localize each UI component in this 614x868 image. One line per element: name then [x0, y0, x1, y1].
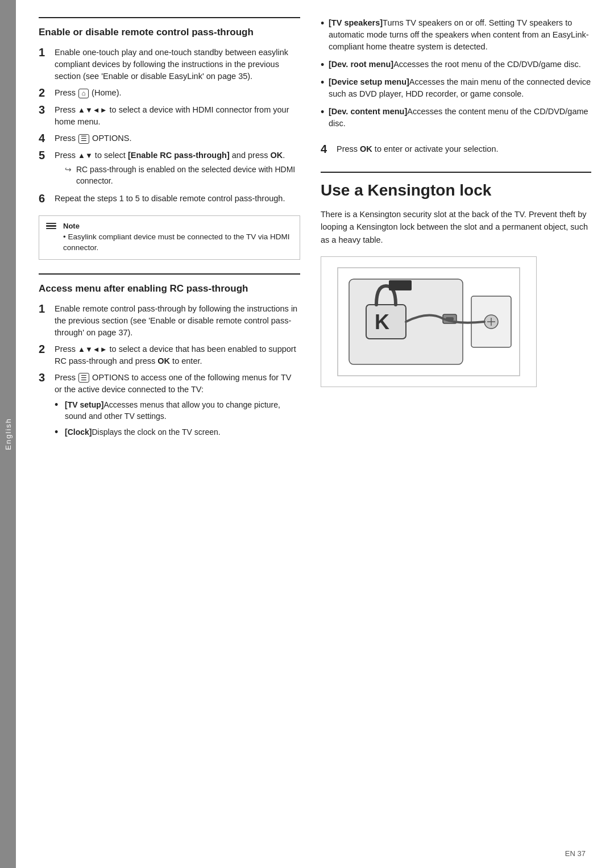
note-box: Note • Easylink compliant device must be… [39, 215, 300, 260]
note-icon [45, 223, 57, 230]
s2-step-2-press: Press [55, 344, 78, 354]
kensington-illustration: K [321, 256, 537, 387]
s2-step-2-text: Press ▲▼◄► to select a device that has b… [55, 343, 300, 367]
right-step-4-text: Press OK to enter or activate your selec… [337, 143, 591, 155]
s2-step-3-press: Press [55, 373, 78, 382]
note-line-1 [46, 223, 56, 225]
s2-sub-2: • [Clock]Displays the clock on the TV sc… [55, 426, 300, 438]
s2-step-1-num: 1 [39, 302, 55, 315]
right-column: • [TV speakers]Turns TV speakers on or o… [321, 17, 591, 845]
step-2-press: Press [55, 88, 78, 97]
section2-divider [39, 273, 300, 275]
rbullet-3-text: [Device setup menu]Accesses the main men… [329, 76, 591, 100]
step-6-text: Repeat the steps 1 to 5 to disable remot… [55, 193, 300, 205]
step-2: 2 Press ⌂ (Home). [39, 87, 300, 99]
clock-bold: [Clock] [65, 427, 92, 437]
left-column: Enable or disable remote control pass-th… [39, 17, 300, 845]
step-5-and: and press [230, 151, 271, 160]
step-5-arrows: ▲▼ [78, 151, 93, 160]
right-bullet-4: • [Dev. content menu]Accesses the conten… [321, 106, 591, 130]
step-4-num: 4 [39, 131, 55, 145]
note-content-text: Easylink compliant device must be connec… [63, 232, 289, 252]
step-3: 3 Press ▲▼◄► to select a device with HDM… [39, 104, 300, 128]
extra-bullets-list: • [TV speakers]Turns TV speakers on or o… [321, 17, 591, 130]
right-bullet-2: • [Dev. root menu]Accesses the root menu… [321, 59, 591, 70]
s2-step-3-num: 3 [39, 371, 55, 384]
rbullet-2-text: [Dev. root menu]Accesses the root menu o… [329, 59, 581, 70]
tv-speakers-bold: [TV speakers] [329, 18, 383, 27]
s2-step-2-num: 2 [39, 342, 55, 356]
step-5-press: Press [55, 151, 78, 160]
step-3-press: Press [55, 105, 78, 114]
side-tab: English [0, 0, 16, 868]
step-2-text: Press ⌂ (Home). [55, 87, 300, 99]
rbullet-4-text: [Dev. content menu]Accesses the content … [329, 106, 591, 130]
page-footer: EN 37 [565, 849, 586, 858]
rbullet-1-text: [TV speakers]Turns TV speakers on or off… [329, 17, 591, 53]
s2-options-icon: ☰ [78, 373, 89, 383]
s2-step-3-text: Press ☰ OPTIONS to access one of the fol… [55, 372, 300, 443]
step-5-mid: to select [93, 151, 128, 160]
step-1: 1 Enable one-touch play and one-touch st… [39, 47, 300, 82]
rbullet-2-dot: • [321, 60, 329, 70]
step-6-num: 6 [39, 192, 55, 205]
s2-step-1: 1 Enable remote control pass-through by … [39, 303, 300, 339]
r4-press: Press [337, 144, 360, 153]
rbullet-3-dot: • [321, 77, 329, 88]
r4-suffix: to enter or activate your selection. [372, 144, 499, 153]
right-bullet-3: • [Device setup menu]Accesses the main m… [321, 76, 591, 100]
s2-sub-2-text: [Clock]Displays the clock on the TV scre… [65, 426, 221, 438]
right-bullet-1: • [TV speakers]Turns TV speakers on or o… [321, 17, 591, 53]
step-1-num: 1 [39, 45, 55, 59]
clock-text: Displays the clock on the TV screen. [92, 427, 220, 437]
side-tab-label: English [4, 418, 13, 450]
section1-title: Enable or disable remote control pass-th… [39, 26, 300, 39]
s2-step-2: 2 Press ▲▼◄► to select a device that has… [39, 343, 300, 367]
rbullet-4-dot: • [321, 107, 329, 117]
step-5-bold: [Enable RC pass-through] [128, 151, 230, 160]
step-5-period: . [283, 151, 285, 160]
step-5-num: 5 [39, 148, 55, 162]
s2-sub-1-text: [TV setup]Accesses menus that allow you … [65, 399, 300, 422]
step-5-sub: ↪ RC pass-through is enabled on the sele… [65, 164, 300, 187]
svg-rect-10 [389, 280, 412, 290]
right-step-list: 4 Press OK to enter or activate your sel… [321, 143, 591, 156]
dev-root-bold: [Dev. root menu] [329, 60, 393, 69]
right-step-4-num: 4 [321, 142, 337, 156]
footer-text: EN 37 [565, 849, 586, 858]
kensington-svg: K [332, 262, 525, 381]
step-4-press: Press [55, 134, 78, 143]
section2-steps: 1 Enable remote control pass-through by … [39, 303, 300, 443]
s2-step-3: 3 Press ☰ OPTIONS to access one of the f… [39, 372, 300, 443]
step-3-arrows: ▲▼◄► [78, 106, 107, 114]
s2-step-2-arrows: ▲▼◄► [78, 345, 107, 354]
note-lines [46, 223, 56, 230]
step-4: 4 Press ☰ OPTIONS. [39, 132, 300, 145]
options-icon: ☰ [78, 134, 89, 144]
svg-text:K: K [375, 310, 389, 334]
home-icon: ⌂ [78, 89, 89, 98]
device-setup-bold: [Device setup menu] [329, 77, 409, 86]
section1-divider [39, 17, 300, 18]
right-step-4: 4 Press OK to enter or activate your sel… [321, 143, 591, 156]
s2-sub-bullets: • [TV setup]Accesses menus that allow yo… [55, 399, 300, 438]
step-5: 5 Press ▲▼ to select [Enable RC pass-thr… [39, 149, 300, 188]
s2-step-1-text: Enable remote control pass-through by fo… [55, 303, 300, 339]
rbullet-1-dot: • [321, 18, 329, 28]
step-5-text: Press ▲▼ to select [Enable RC pass-throu… [55, 149, 300, 188]
step-4-suffix: OPTIONS. [90, 134, 131, 143]
dev-root-text: Accesses the root menu of the CD/DVD/gam… [393, 60, 581, 69]
bullet-1: • [55, 400, 65, 410]
step-1-text: Enable one-touch play and one-touch stan… [55, 47, 300, 82]
step-5-sub-text: RC pass-through is enabled on the select… [76, 164, 300, 187]
note-body: Note • Easylink compliant device must be… [63, 222, 293, 254]
s2-sub-1: • [TV setup]Accesses menus that allow yo… [55, 399, 300, 422]
step-6: 6 Repeat the steps 1 to 5 to disable rem… [39, 193, 300, 205]
bullet-2: • [55, 427, 65, 437]
kensington-divider [321, 172, 591, 173]
s2-step-3-suffix: OPTIONS to access one of the following m… [55, 373, 291, 394]
step-2-num: 2 [39, 86, 55, 99]
dev-content-bold: [Dev. content menu] [329, 107, 407, 116]
section2-title: Access menu after enabling RC pass-throu… [39, 283, 300, 295]
step-3-text: Press ▲▼◄► to select a device with HDMI … [55, 104, 300, 128]
